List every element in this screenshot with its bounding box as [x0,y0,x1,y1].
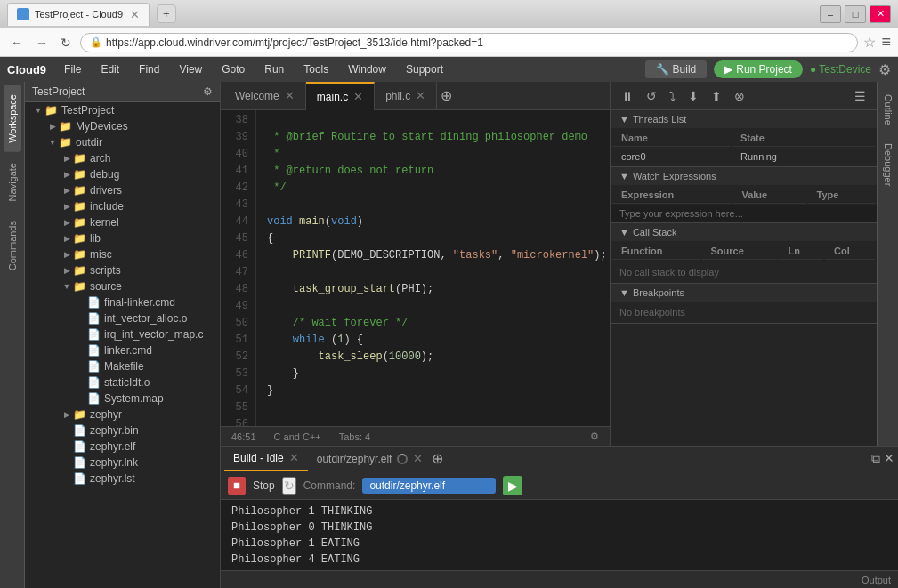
settings-icon[interactable]: ⚙ [878,61,891,78]
file-icon: 📄 [87,344,101,357]
menu-goto[interactable]: Goto [213,60,254,79]
list-item[interactable]: ▶ 📁 misc [25,246,220,262]
debug-step-over-icon[interactable]: ⤵ [666,87,679,105]
tree-label: include [90,200,124,213]
debug-pause-icon[interactable]: ⏸ [618,87,637,105]
add-panel-tab-icon[interactable]: ⊕ [432,450,443,467]
build-icon: 🔧 [656,63,669,76]
forward-button[interactable]: → [32,34,52,52]
reload-button[interactable]: ↻ [57,34,75,52]
list-item[interactable]: 📄 zephyr.elf [25,439,220,455]
menu-edit[interactable]: Edit [92,60,128,79]
address-input[interactable]: 🔒 https://app.cloud.windriver.com/mtj/pr… [80,33,858,52]
menu-window[interactable]: Window [339,60,395,79]
restore-icon[interactable]: ⧉ [871,451,880,466]
menu-support[interactable]: Support [397,60,452,79]
folder-icon: 📁 [73,408,86,421]
threads-header[interactable]: ▼ Threads List [611,110,877,128]
stop-button[interactable]: ■ [228,477,246,495]
browser-tab[interactable]: TestProject - Cloud9 ✕ [7,3,150,26]
back-button[interactable]: ← [7,34,27,52]
list-item[interactable]: 📄 zephyr.lnk [25,455,220,471]
sidebar-tab-debugger[interactable]: Debugger [879,134,897,195]
folder-icon: 📁 [44,104,58,117]
file-icon: 📄 [87,312,101,325]
sidebar-tab-workspace[interactable]: Workspace [4,85,21,152]
build-button[interactable]: 🔧 Build [645,60,708,78]
file-tree-settings-icon[interactable]: ⚙ [203,85,213,98]
list-item[interactable]: ▶ 📁 lib [25,230,220,246]
list-item[interactable]: 📄 Makefile [25,358,220,375]
list-item[interactable]: 📄 staticIdt.o [25,375,220,391]
close-button[interactable]: ✕ [870,5,891,23]
add-tab-icon[interactable]: ⊕ [441,87,452,104]
tab-close-icon[interactable]: ✕ [416,89,425,102]
list-item[interactable]: 📄 int_vector_alloc.o [25,310,220,326]
list-item[interactable]: ▶ 📁 MyDevices [25,118,220,134]
menu-run[interactable]: Run [255,60,293,79]
debug-step-out-icon[interactable]: ⬆ [708,87,725,105]
call-stack-header[interactable]: ▼ Call Stack [611,223,877,241]
expression-input[interactable] [611,205,877,222]
breakpoints-header[interactable]: ▼ Breakpoints [611,284,877,302]
tree-label: zephyr [90,408,122,421]
list-item[interactable]: 📄 zephyr.lst [25,471,220,487]
menu-file[interactable]: File [55,60,90,79]
tab-close-icon[interactable]: ✕ [289,451,299,464]
refresh-button[interactable]: ↻ [282,477,296,495]
folder-icon: 📁 [73,200,86,213]
code-editor[interactable]: 3839404142 4344454647 4849505152 5354555… [221,110,610,426]
tab-close-icon[interactable]: ✕ [285,89,295,102]
tab-close-icon[interactable]: ✕ [413,452,423,465]
maximize-button[interactable]: □ [845,5,866,23]
file-icon: 📄 [87,392,101,405]
list-item[interactable]: ▶ 📁 drivers [25,182,220,198]
sidebar-tab-commands[interactable]: Commands [4,212,21,279]
list-item[interactable]: 📄 zephyr.bin [25,423,220,439]
run-command-button[interactable]: ▶ [503,476,522,495]
list-item[interactable]: 📄 irq_int_vector_map.c [25,326,220,342]
output-line: Philosopher 4 EATING [231,552,887,568]
close-panel-icon[interactable]: ✕ [884,451,894,466]
tab-welcome[interactable]: Welcome ✕ [224,82,306,110]
main-layout: Workspace Navigate Commands TestProject … [0,82,898,588]
list-item[interactable]: ▼ 📁 outdir [25,134,220,150]
debug-stop-icon[interactable]: ⊗ [731,87,748,105]
debug-step-in-icon[interactable]: ⬇ [684,87,702,105]
list-item[interactable]: ▼ 📁 source [25,278,220,294]
bookmark-icon[interactable]: ☆ [863,34,876,51]
watch-header[interactable]: ▼ Watch Expressions [611,167,877,185]
debug-menu-icon[interactable]: ☰ [851,87,870,105]
list-item[interactable]: ▶ 📁 zephyr [25,407,220,423]
list-item[interactable]: ▶ 📁 arch [25,150,220,166]
debug-restart-icon[interactable]: ↺ [643,87,660,105]
new-tab-button[interactable]: + [157,4,176,23]
menu-find[interactable]: Find [130,60,168,79]
minimize-button[interactable]: – [820,5,841,23]
menu-view[interactable]: View [170,60,211,79]
menu-tools[interactable]: Tools [295,60,337,79]
tab-close-icon[interactable]: ✕ [353,90,363,103]
list-item[interactable]: 📄 linker.cmd [25,342,220,358]
sidebar-tab-navigate[interactable]: Navigate [4,154,21,210]
list-item[interactable]: ▶ 📁 debug [25,166,220,182]
list-item[interactable]: ▶ 📁 kernel [25,214,220,230]
test-device-button[interactable]: ● TestDevice [810,63,871,76]
list-item[interactable]: 📄 System.map [25,391,220,407]
tree-project-root[interactable]: ▼ 📁 TestProject [25,102,220,118]
settings-icon[interactable]: ⚙ [590,431,599,442]
tab-label: Welcome [235,90,279,102]
tab-close-icon[interactable]: ✕ [130,8,140,21]
list-item[interactable]: ▶ 📁 scripts [25,262,220,278]
browser-menu-icon[interactable]: ≡ [881,33,891,52]
list-item[interactable]: 📄 final-linker.cmd [25,294,220,310]
list-item[interactable]: ▶ 📁 include [25,198,220,214]
tab-zephyr-elf[interactable]: outdir/zephyr.elf ✕ [308,447,433,471]
run-project-button[interactable]: ▶ Run Project [714,60,803,78]
tab-main-c[interactable]: main.c ✕ [306,82,375,110]
tab-setting: Tabs: 4 [339,431,370,442]
sidebar-tab-outline[interactable]: Outline [879,85,897,134]
tab-build-idle[interactable]: Build - Idle ✕ [224,447,308,471]
tab-phil-c[interactable]: phil.c ✕ [375,82,437,110]
command-input[interactable] [362,478,496,494]
